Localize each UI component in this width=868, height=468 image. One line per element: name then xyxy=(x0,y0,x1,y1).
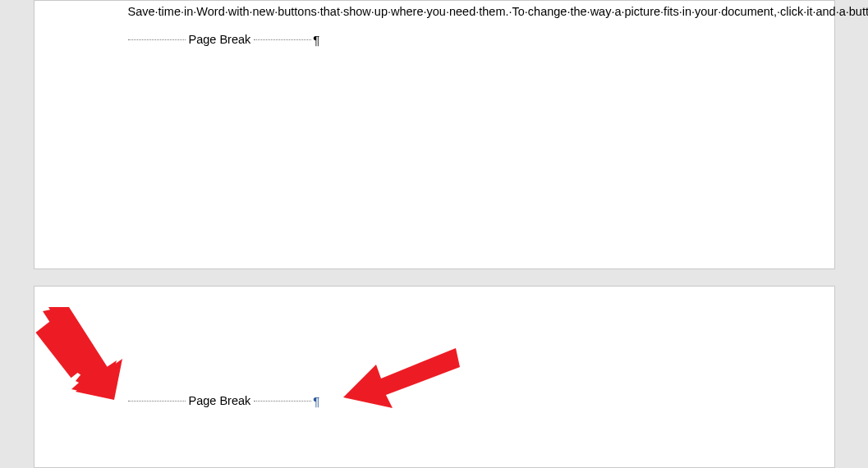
page-break-label: Page Break xyxy=(186,33,255,46)
page-break-label: Page Break xyxy=(186,394,255,407)
document-page-2[interactable]: Page Break ¶ xyxy=(34,286,835,468)
page-break-dots-left xyxy=(128,39,186,40)
page-1-content[interactable]: Save·time·in·Word·with·new·buttons·that·… xyxy=(34,4,834,47)
annotation-arrow-right-icon xyxy=(337,344,460,410)
annotation-arrow-left-icon xyxy=(36,303,139,406)
page-break-indicator-1[interactable]: Page Break ¶ xyxy=(128,32,741,47)
svg-marker-4 xyxy=(343,348,460,408)
page-break-dots-right xyxy=(254,39,311,40)
page-gap xyxy=(0,269,868,286)
pilcrow-icon: ¶ xyxy=(311,394,319,408)
pilcrow-icon: ¶ xyxy=(311,33,319,47)
svg-marker-3 xyxy=(48,307,122,400)
body-paragraph[interactable]: Save·time·in·Word·with·new·buttons·that·… xyxy=(128,4,741,21)
page-break-dots-right xyxy=(254,401,311,401)
document-page-1[interactable]: Save·time·in·Word·with·new·buttons·that·… xyxy=(34,0,835,269)
